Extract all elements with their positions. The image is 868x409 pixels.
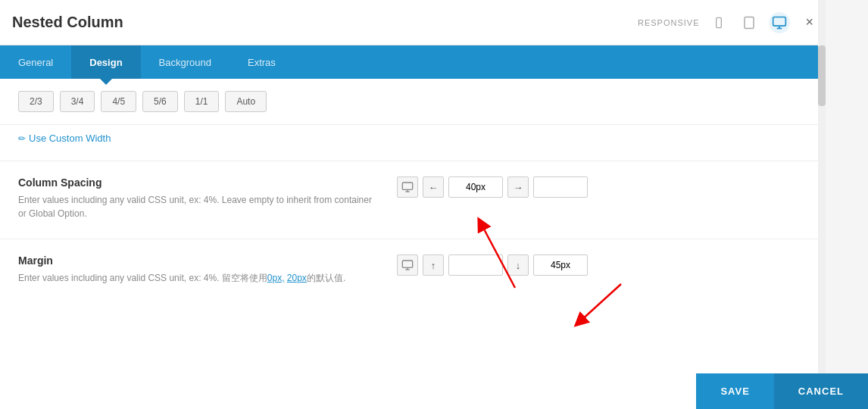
width-btn-auto[interactable]: Auto bbox=[225, 91, 267, 112]
column-spacing-controls: ← → bbox=[397, 176, 588, 198]
margin-down-btn[interactable]: ↓ bbox=[507, 254, 529, 276]
tab-design[interactable]: Design bbox=[71, 45, 140, 79]
responsive-label: RESPONSIVE bbox=[638, 18, 700, 27]
scrollbar-thumb[interactable] bbox=[818, 45, 826, 106]
column-spacing-left-btn[interactable]: ← bbox=[423, 176, 444, 198]
column-spacing-input[interactable] bbox=[448, 176, 503, 198]
column-spacing-device-icon[interactable] bbox=[397, 176, 418, 198]
svg-rect-0 bbox=[717, 17, 722, 27]
tablet-icon[interactable] bbox=[738, 12, 760, 33]
margin-top-input[interactable] bbox=[448, 254, 503, 276]
tabs-bar: General Design Background Extras bbox=[0, 45, 826, 79]
column-spacing-right-input[interactable] bbox=[533, 176, 588, 198]
margin-label: Margin Enter values including any valid … bbox=[18, 254, 382, 285]
column-spacing-section: Column Spacing Enter values including an… bbox=[0, 161, 826, 239]
edit-icon: ✏ bbox=[18, 133, 26, 144]
width-btn-5-6[interactable]: 5/6 bbox=[142, 91, 178, 112]
width-buttons-row: 2/3 3/4 4/5 5/6 1/1 Auto bbox=[0, 79, 826, 125]
margin-up-btn[interactable]: ↑ bbox=[423, 254, 444, 276]
cancel-button[interactable]: CANCEL bbox=[774, 373, 868, 409]
footer-buttons: SAVE CANCEL bbox=[696, 373, 868, 409]
custom-width-button[interactable]: ✏ Use Custom Width bbox=[18, 128, 111, 148]
custom-width-row: ✏ Use Custom Width bbox=[0, 125, 826, 161]
width-btn-2-3[interactable]: 2/3 bbox=[18, 91, 54, 112]
width-btn-1-1[interactable]: 1/1 bbox=[184, 91, 220, 112]
tab-general[interactable]: General bbox=[0, 45, 71, 79]
svg-rect-10 bbox=[402, 261, 412, 267]
margin-section: Margin Enter values including any valid … bbox=[0, 239, 826, 330]
header-right: RESPONSIVE × bbox=[638, 12, 813, 33]
close-button[interactable]: × bbox=[805, 14, 813, 30]
margin-link-20px[interactable]: 20px bbox=[287, 273, 307, 283]
svg-rect-7 bbox=[402, 183, 412, 189]
margin-link-0px[interactable]: 0px, bbox=[267, 273, 285, 283]
tab-extras[interactable]: Extras bbox=[229, 45, 294, 79]
margin-controls: ↑ ↓ bbox=[397, 254, 588, 276]
column-spacing-label: Column Spacing Enter values including an… bbox=[18, 176, 382, 220]
scrollbar-track[interactable] bbox=[818, 0, 826, 409]
svg-rect-2 bbox=[745, 17, 754, 28]
column-spacing-right-btn[interactable]: → bbox=[507, 176, 529, 198]
tab-background[interactable]: Background bbox=[141, 45, 229, 79]
margin-bottom-input[interactable] bbox=[533, 254, 588, 276]
width-btn-4-5[interactable]: 4/5 bbox=[101, 91, 136, 112]
svg-rect-4 bbox=[773, 17, 786, 26]
panel-body: 2/3 3/4 4/5 5/6 1/1 Auto ✏ Use Custom Wi… bbox=[0, 79, 826, 409]
save-button[interactable]: SAVE bbox=[696, 373, 773, 409]
desktop-icon[interactable] bbox=[769, 12, 790, 33]
width-btn-3-4[interactable]: 3/4 bbox=[60, 91, 95, 112]
margin-device-icon[interactable] bbox=[397, 254, 418, 276]
mobile-icon[interactable] bbox=[708, 12, 729, 33]
panel-title: Nested Column bbox=[12, 14, 123, 31]
panel-header: Nested Column RESPONSIVE × bbox=[0, 0, 826, 45]
